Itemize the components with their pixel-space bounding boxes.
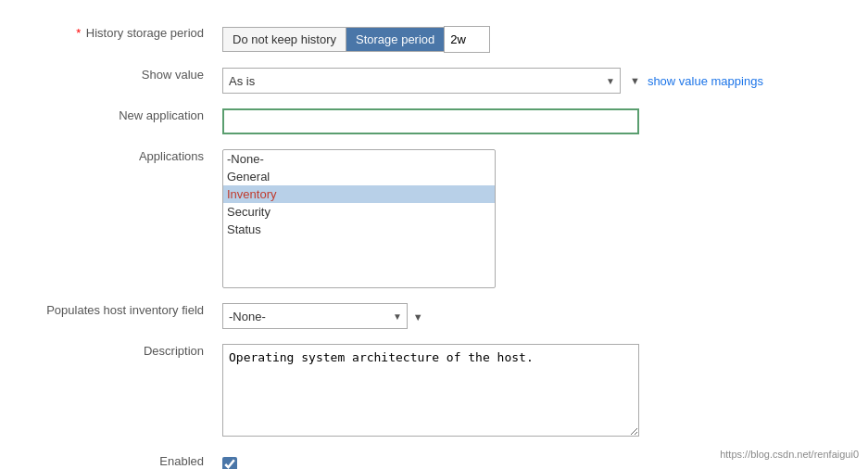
storage-period-input[interactable] [444, 26, 490, 53]
dropdown-arrow-icon: ▼ [630, 75, 640, 86]
enabled-checkbox[interactable] [222, 457, 237, 469]
storage-period-button[interactable]: Storage period [346, 27, 444, 52]
list-item[interactable]: -None- [223, 150, 495, 168]
inventory-field-row: Populates host inventory field -None- ▼ [28, 296, 840, 336]
inventory-dropdown-arrow-icon: ▼ [413, 311, 423, 323]
show-value-select-wrapper: As is [222, 68, 621, 94]
description-row: Description Operating system architectur… [28, 336, 840, 447]
new-application-label: New application [28, 101, 213, 142]
list-item[interactable]: Inventory [223, 185, 495, 203]
inventory-field-label: Populates host inventory field [28, 296, 213, 336]
history-storage-period-controls: Do not keep history Storage period [213, 19, 840, 60]
applications-label: Applications [28, 142, 213, 296]
do-not-keep-history-button[interactable]: Do not keep history [222, 27, 346, 52]
show-value-group: As is ▼ show value mappings [222, 68, 831, 94]
applications-listbox[interactable]: -None- General Inventory Security Status [222, 149, 496, 288]
list-item[interactable]: Security [223, 203, 495, 221]
enabled-row: Enabled [28, 447, 840, 469]
history-storage-period-row: * History storage period Do not keep his… [28, 19, 840, 60]
item-form: * History storage period Do not keep his… [28, 19, 840, 469]
description-textarea[interactable]: Operating system architecture of the hos… [222, 344, 639, 437]
applications-row: Applications -None- General Inventory Se… [28, 142, 840, 296]
history-storage-period-label: * History storage period [28, 19, 213, 60]
inventory-field-controls: -None- ▼ [213, 296, 840, 336]
applications-controls: -None- General Inventory Security Status [213, 142, 840, 296]
new-application-row: New application [28, 101, 840, 142]
list-item[interactable]: General [223, 168, 495, 185]
watermark: https://blog.csdn.net/renfaigui0 [720, 449, 859, 460]
enabled-label: Enabled [28, 447, 213, 469]
description-label: Description [28, 336, 213, 447]
description-controls: Operating system architecture of the hos… [213, 336, 840, 447]
show-value-select[interactable]: As is [222, 68, 621, 94]
inventory-select-wrapper: -None- [222, 303, 408, 329]
new-application-controls [213, 101, 840, 142]
list-item[interactable]: Status [223, 221, 495, 238]
show-value-row: Show value As is ▼ show value mappings [28, 60, 840, 101]
new-application-input[interactable] [222, 108, 639, 134]
show-value-mappings-link[interactable]: show value mappings [648, 74, 763, 88]
show-value-label: Show value [28, 60, 213, 101]
history-period-group: Do not keep history Storage period [222, 26, 831, 53]
inventory-field-select[interactable]: -None- [222, 303, 408, 329]
required-star: * [76, 26, 81, 40]
show-value-controls: As is ▼ show value mappings [213, 60, 840, 101]
